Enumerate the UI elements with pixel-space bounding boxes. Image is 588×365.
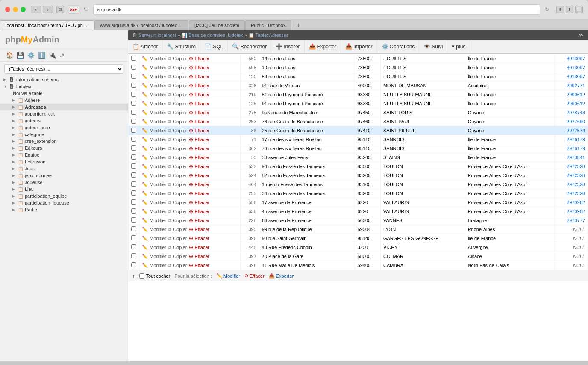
link-cell[interactable]: 2973841 xyxy=(555,153,588,162)
link-cell[interactable]: 2972328 xyxy=(555,189,588,198)
edit-link[interactable]: Modifier xyxy=(150,191,166,196)
row-checkbox[interactable] xyxy=(131,172,136,178)
tab-mcd[interactable]: [MCD] Jeu de société xyxy=(189,20,245,30)
tab-localhost[interactable]: localhost / localhost / temp / JEU / php… xyxy=(0,20,94,30)
sidebar-item-auteurs[interactable]: ▶ 📋 auteurs xyxy=(0,117,128,124)
sidebar-item-partie[interactable]: ▶ 📋 Partie xyxy=(0,206,128,213)
copy-link[interactable]: Copier xyxy=(173,128,187,133)
edit-link[interactable]: Modifier xyxy=(150,245,166,250)
toolbar-rechercher[interactable]: 🔍 Rechercher xyxy=(228,40,271,53)
toolbar-sql[interactable]: 📄 SQL xyxy=(200,40,228,53)
home-icon[interactable]: 🏠 xyxy=(5,51,14,59)
edit-link[interactable]: Modifier xyxy=(150,254,166,259)
delete-link[interactable]: Effacer xyxy=(195,191,210,196)
row-checkbox[interactable] xyxy=(131,74,136,79)
row-checkbox[interactable] xyxy=(131,217,136,223)
adblock-button[interactable]: ABP xyxy=(68,5,79,14)
copy-link[interactable]: Copier xyxy=(173,146,187,151)
link-cell[interactable]: 2972328 xyxy=(555,171,588,180)
delete-link[interactable]: Effacer xyxy=(195,56,210,61)
row-checkbox[interactable] xyxy=(131,244,136,249)
row-checkbox[interactable] xyxy=(131,128,136,133)
sidebar-item-equipe[interactable]: ▶ 📋 Equipe xyxy=(0,151,128,158)
new-tab-button[interactable]: + xyxy=(293,20,303,30)
delete-link[interactable]: Effacer xyxy=(195,245,210,250)
sidebar-item-adresses[interactable]: ▶ 📋 Adresses xyxy=(0,104,128,110)
row-checkbox[interactable] xyxy=(131,253,136,258)
row-checkbox[interactable] xyxy=(131,101,136,106)
copy-link[interactable]: Copier xyxy=(173,137,187,142)
copy-link[interactable]: Copier xyxy=(173,83,187,88)
breadcrumb-db[interactable]: Base de données: ludotex xyxy=(188,33,243,38)
link-cell[interactable]: 2990612 xyxy=(555,99,588,108)
toolbar-importer[interactable]: 📥 Importer xyxy=(341,40,377,53)
edit-link[interactable]: Modifier xyxy=(150,200,166,205)
delete-link[interactable]: Effacer xyxy=(195,227,210,232)
sidebar-item-jeux-donnee[interactable]: ▶ 📋 jeux_donnee xyxy=(0,172,128,179)
forward-button[interactable]: › xyxy=(43,6,53,13)
back-button[interactable]: ‹ xyxy=(31,6,41,13)
plugin-icon[interactable]: 🔌 xyxy=(48,51,57,59)
row-checkbox[interactable] xyxy=(131,137,136,142)
gear-icon[interactable]: ⚙️ xyxy=(26,51,35,59)
sidebar-item-extension[interactable]: ▶ 📋 Extension xyxy=(0,158,128,165)
delete-link[interactable]: Effacer xyxy=(195,263,210,268)
link-cell[interactable]: 2992771 xyxy=(555,81,588,90)
edit-link[interactable]: Modifier xyxy=(150,119,166,124)
sidebar-item-appartient-cat[interactable]: ▶ 📋 appartient_cat xyxy=(0,110,128,117)
delete-link[interactable]: Effacer xyxy=(195,236,210,241)
link-cell[interactable]: 3013097 xyxy=(555,54,588,63)
toolbar-suivi[interactable]: 👁️ Suivi xyxy=(419,40,447,53)
toolbar-operations[interactable]: ⚙️ Opérations xyxy=(377,40,420,53)
row-checkbox[interactable] xyxy=(131,235,136,240)
edit-link[interactable]: Modifier xyxy=(150,236,166,241)
address-bar[interactable]: arquusia.dk xyxy=(93,4,540,15)
copy-link[interactable]: Copier xyxy=(173,74,187,79)
edit-link[interactable]: Modifier xyxy=(150,164,166,169)
edit-link[interactable]: Modifier xyxy=(150,146,166,151)
copy-link[interactable]: Copier xyxy=(173,182,187,187)
sidebar-item-adhere[interactable]: ▶ 📋 Adhere xyxy=(0,97,128,104)
fullscreen-button[interactable]: ⬜ xyxy=(575,6,583,13)
share-button[interactable]: ⬆ xyxy=(566,6,573,13)
check-all-checkbox[interactable] xyxy=(139,273,144,279)
bottom-edit-button[interactable]: ✏️ Modifier xyxy=(216,273,240,279)
delete-link[interactable]: Effacer xyxy=(195,209,210,214)
info-icon[interactable]: ℹ️ xyxy=(37,51,46,59)
copy-link[interactable]: Copier xyxy=(173,209,187,214)
edit-link[interactable]: Modifier xyxy=(150,128,166,133)
link-cell[interactable]: 2977690 xyxy=(555,117,588,126)
row-checkbox[interactable] xyxy=(131,181,136,187)
tab-dropbox[interactable]: Public - Dropbox xyxy=(245,20,291,30)
copy-link[interactable]: Copier xyxy=(173,263,187,268)
bottom-export-button[interactable]: 📤 Exporter xyxy=(269,273,294,279)
delete-link[interactable]: Effacer xyxy=(195,65,210,70)
link-cell[interactable]: 2970962 xyxy=(555,198,588,207)
breadcrumb-table[interactable]: Table: Adresses xyxy=(256,33,289,38)
link-cell[interactable]: 2990612 xyxy=(555,90,588,99)
link-cell[interactable]: 2976179 xyxy=(555,135,588,144)
delete-link[interactable]: Effacer xyxy=(195,137,210,142)
copy-link[interactable]: Copier xyxy=(173,110,187,115)
delete-link[interactable]: Effacer xyxy=(195,218,210,223)
copy-link[interactable]: Copier xyxy=(173,218,187,223)
sidebar-item-ludotex[interactable]: ▼ 🗄 ludotex xyxy=(0,83,128,90)
external-icon[interactable]: ↗ xyxy=(59,51,65,59)
edit-link[interactable]: Modifier xyxy=(150,110,166,115)
copy-link[interactable]: Copier xyxy=(173,173,187,178)
sidebar-item-editeurs[interactable]: ▶ 📋 Editeurs xyxy=(0,145,128,151)
split-view-button[interactable]: ⊡ xyxy=(56,6,64,13)
row-checkbox[interactable] xyxy=(131,92,136,97)
copy-link[interactable]: Copier xyxy=(173,191,187,196)
edit-link[interactable]: Modifier xyxy=(150,182,166,187)
delete-link[interactable]: Effacer xyxy=(195,173,210,178)
sidebar-item-jeux[interactable]: ▶ 📋 Jeux xyxy=(0,165,128,172)
edit-link[interactable]: Modifier xyxy=(150,101,166,106)
sidebar-item-cree-extension[interactable]: ▶ 📋 cree_extension xyxy=(0,138,128,145)
tab-arquusia[interactable]: www.arquusia.dk / localhost / ludotex / … xyxy=(94,20,188,30)
edit-link[interactable]: Modifier xyxy=(150,227,166,232)
edit-link[interactable]: Modifier xyxy=(150,263,166,268)
db-icon[interactable]: 💾 xyxy=(16,51,25,59)
edit-link[interactable]: Modifier xyxy=(150,83,166,88)
row-checkbox[interactable] xyxy=(131,119,136,124)
